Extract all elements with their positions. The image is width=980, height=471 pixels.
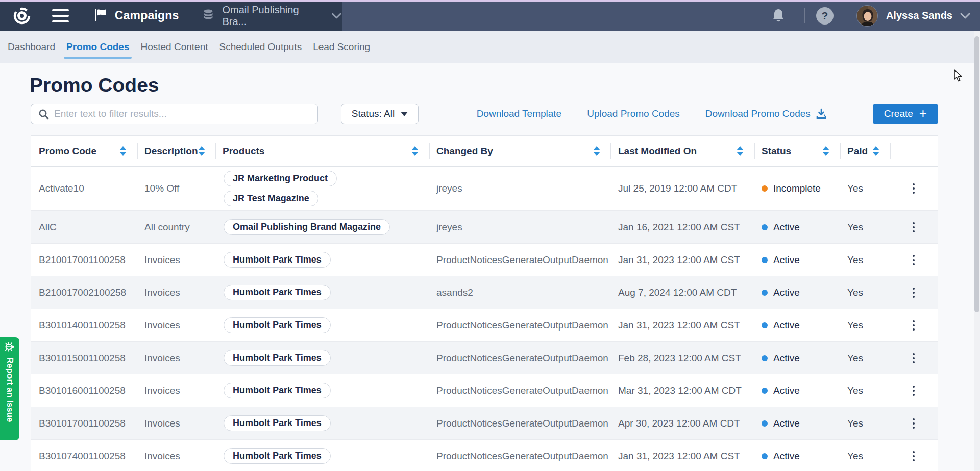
column-header-paid: Paid [840, 136, 890, 166]
tab-scheduled-outputs[interactable]: Scheduled Outputs [214, 31, 308, 63]
sort-icon[interactable] [737, 146, 744, 156]
status-label: Active [773, 451, 800, 462]
cell-description: Invoices [137, 342, 215, 374]
table-row: B301016001100258 Invoices Humbolt Park T… [31, 374, 938, 407]
upload-promo-codes-link[interactable]: Upload Promo Codes [587, 108, 680, 120]
cell-status: Active [754, 374, 840, 407]
user-menu-chevron-icon[interactable] [960, 12, 971, 19]
cell-paid: Yes [840, 374, 890, 407]
tab-lead-scoring[interactable]: Lead Scoring [307, 31, 376, 63]
download-promo-codes-link[interactable]: Download Promo Codes [705, 108, 827, 120]
brand-selector[interactable]: Omail Publishing Bra... [202, 4, 342, 28]
product-pill: JR Marketing Product [224, 171, 337, 186]
product-pill: Humbolt Park Times [224, 252, 331, 268]
cell-actions [890, 407, 938, 439]
report-an-issue-tab[interactable]: Report an Issue [0, 337, 19, 440]
row-actions-kebab[interactable] [908, 414, 920, 433]
sort-icon[interactable] [593, 146, 600, 156]
topbar-divider [845, 8, 845, 23]
user-avatar[interactable] [856, 5, 878, 27]
cell-changed-by: ProductNoticesGenerateOutputDaemon [429, 244, 610, 276]
cell-actions [890, 309, 938, 341]
topbar-divider [190, 8, 190, 23]
bug-icon [4, 341, 15, 352]
status-filter-dropdown[interactable]: Status: All [341, 104, 419, 124]
row-actions-kebab[interactable] [908, 382, 920, 400]
cell-promo-code: B301017001100258 [31, 407, 137, 439]
brand-selector-label: Omail Publishing Bra... [222, 4, 320, 28]
vertical-scrollbar [974, 31, 980, 471]
cell-products: Omail Publishing Brand Magazine [215, 211, 429, 243]
cell-products: Humbolt Park Times [215, 244, 429, 276]
status-dot [762, 355, 768, 361]
table-row: B301014001100258 Invoices Humbolt Park T… [31, 309, 938, 341]
cell-products: JR Marketing ProductJR Test Magazine [215, 167, 429, 210]
cell-last-modified-on: Jul 25, 2019 12:00 AM CDT [610, 167, 754, 210]
cell-status: Incomplete [754, 167, 840, 210]
sort-icon[interactable] [119, 146, 127, 156]
tab-dashboard[interactable]: Dashboard [2, 31, 61, 63]
download-icon [816, 108, 827, 120]
sort-icon[interactable] [411, 146, 419, 156]
cell-status: Active [754, 276, 840, 309]
cell-paid: Yes [840, 211, 890, 243]
notifications-bell-icon[interactable] [771, 8, 786, 24]
status-label: Active [773, 254, 800, 266]
app-title: Campaigns [115, 9, 179, 22]
sort-icon[interactable] [822, 146, 829, 156]
row-actions-kebab[interactable] [908, 218, 920, 237]
download-template-link[interactable]: Download Template [477, 108, 562, 120]
topbar-divider [804, 8, 805, 23]
tab-promo-codes[interactable]: Promo Codes [61, 31, 135, 63]
tab-hosted-content[interactable]: Hosted Content [135, 31, 213, 63]
plus-icon: + [919, 107, 927, 120]
product-pill: Humbolt Park Times [224, 285, 331, 300]
help-icon[interactable]: ? [816, 7, 834, 25]
campaigns-flag-icon [93, 8, 108, 24]
scrollbar-thumb[interactable] [974, 36, 979, 312]
cell-last-modified-on: Mar 31, 2023 12:00 AM CDT [610, 374, 754, 407]
column-header-status: Status [754, 136, 840, 166]
cell-description: Invoices [137, 276, 215, 309]
product-pill: JR Test Magazine [224, 191, 318, 206]
sort-icon[interactable] [198, 146, 205, 156]
status-label: Active [773, 320, 800, 331]
table-controls: Status: All Download Template Upload Pro… [31, 104, 938, 124]
page-title: Promo Codes [30, 74, 159, 97]
table-row: B210017002100258 Invoices Humbolt Park T… [31, 276, 938, 309]
database-icon [202, 8, 215, 23]
product-pill: Humbolt Park Times [224, 317, 331, 333]
create-button[interactable]: Create + [873, 104, 938, 124]
report-an-issue-label: Report an Issue [5, 357, 15, 422]
table-row: AllC All country Omail Publishing Brand … [31, 210, 938, 243]
status-dot [762, 257, 768, 263]
column-header-last-modified-on: Last Modified On [610, 136, 754, 166]
row-actions-kebab[interactable] [908, 447, 920, 465]
search-input[interactable] [54, 108, 311, 120]
row-actions-kebab[interactable] [908, 316, 920, 335]
cell-last-modified-on: Jan 31, 2023 12:00 AM CST [610, 309, 754, 341]
user-name[interactable]: Alyssa Sands [886, 10, 952, 21]
row-actions-kebab[interactable] [908, 179, 920, 198]
search-icon [38, 109, 49, 120]
cell-status: Active [754, 309, 840, 341]
cell-description: Invoices [137, 244, 215, 276]
cell-description: Invoices [137, 440, 215, 471]
row-actions-kebab[interactable] [908, 251, 920, 269]
cell-status: Active [754, 211, 840, 243]
cell-paid: Yes [840, 276, 890, 309]
row-actions-kebab[interactable] [908, 284, 920, 302]
cell-promo-code: AllC [31, 211, 137, 243]
menu-icon[interactable] [52, 9, 68, 22]
sort-icon[interactable] [872, 146, 879, 156]
status-dot [762, 322, 768, 328]
cell-changed-by: ProductNoticesGenerateOutputDaemon [429, 342, 610, 374]
cell-status: Active [754, 244, 840, 276]
row-actions-kebab[interactable] [908, 349, 920, 367]
status-dot [762, 420, 768, 427]
cell-last-modified-on: Jan 31, 2023 12:00 AM CST [610, 244, 754, 276]
promo-codes-table: Promo Code Description Products Changed … [31, 135, 938, 471]
app-logo-icon[interactable] [12, 6, 32, 26]
cell-actions [890, 167, 938, 210]
cell-promo-code: B301015001100258 [31, 342, 137, 374]
